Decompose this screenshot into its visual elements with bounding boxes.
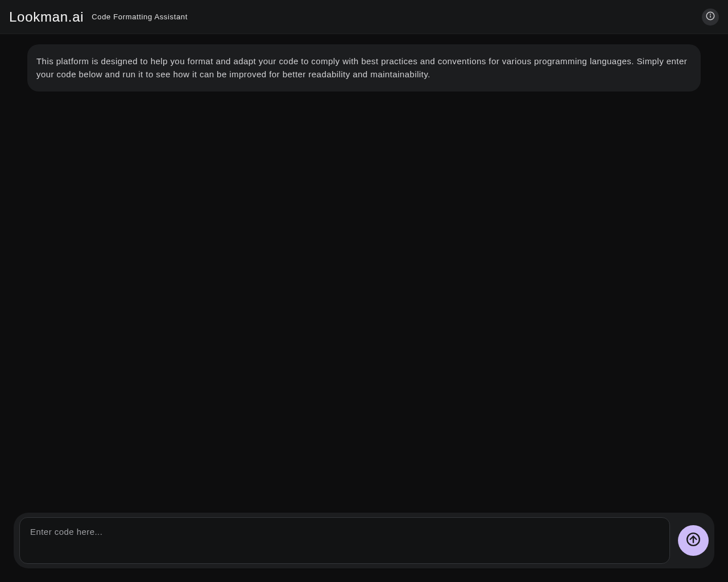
brand-title: Lookman.ai — [9, 9, 84, 25]
intro-text: This platform is designed to help you fo… — [36, 56, 687, 79]
send-button[interactable] — [678, 525, 709, 556]
app-subtitle: Code Formatting Assistant — [92, 13, 188, 21]
main-area: This platform is designed to help you fo… — [0, 34, 728, 513]
app-root: Lookman.ai Code Formatting Assistant Thi… — [0, 0, 728, 582]
info-button[interactable] — [702, 9, 719, 26]
intro-card: This platform is designed to help you fo… — [27, 44, 701, 92]
footer — [0, 513, 728, 582]
svg-point-2 — [710, 14, 711, 14]
header: Lookman.ai Code Formatting Assistant — [0, 0, 728, 34]
arrow-up-icon — [686, 532, 701, 549]
input-wrap — [14, 513, 714, 568]
code-input[interactable] — [19, 517, 670, 564]
info-icon — [705, 11, 715, 23]
